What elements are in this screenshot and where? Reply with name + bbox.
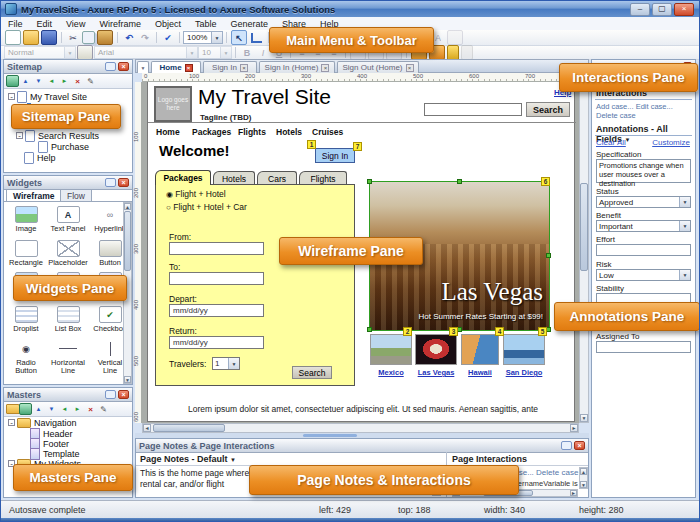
thumb-link-hawaii[interactable]: Hawaii bbox=[461, 368, 499, 377]
tab-wireframe-widgets[interactable]: Wireframe bbox=[6, 189, 62, 201]
maximize-button[interactable]: ▢ bbox=[652, 3, 672, 16]
add-master-icon[interactable] bbox=[19, 403, 32, 415]
close-tab-icon[interactable]: × bbox=[240, 64, 248, 72]
scroll-right-icon[interactable]: ► bbox=[570, 490, 577, 496]
widget-image[interactable]: Image bbox=[6, 206, 46, 233]
tab-packages[interactable]: Packages bbox=[155, 170, 211, 185]
delete-case-link[interactable]: Delete case bbox=[596, 111, 636, 120]
indent-right-icon[interactable]: ► bbox=[58, 75, 71, 87]
widget-placeholder[interactable]: Placeholder bbox=[48, 240, 88, 267]
menu-view[interactable]: View bbox=[59, 19, 92, 29]
close-pane-icon[interactable]: × bbox=[118, 390, 129, 399]
delete-case-link[interactable]: Delete case bbox=[536, 468, 578, 477]
add-case-link[interactable]: Add case... bbox=[596, 102, 634, 111]
sign-in-button[interactable]: Sign In bbox=[315, 148, 355, 163]
copy-icon[interactable] bbox=[82, 31, 95, 44]
sitemap-item-search-results[interactable]: - Search Results bbox=[16, 130, 99, 141]
clear-all-link[interactable]: Clear All bbox=[596, 138, 626, 147]
delete-master-icon[interactable]: × bbox=[84, 403, 97, 415]
radio-off-icon[interactable]: ○ bbox=[166, 203, 171, 212]
close-pane-icon[interactable]: × bbox=[118, 62, 129, 71]
customize-link[interactable]: Customize bbox=[652, 138, 690, 147]
selection-handle[interactable] bbox=[367, 327, 372, 332]
move-down-icon[interactable]: ▼ bbox=[32, 75, 45, 87]
footnote-marker[interactable]: 1 bbox=[307, 140, 316, 149]
scroll-up-icon[interactable]: ▲ bbox=[580, 468, 587, 475]
indent-right-icon[interactable]: ► bbox=[71, 403, 84, 415]
interactions-scrollbar[interactable]: ▲ ▼ bbox=[579, 467, 588, 489]
font-size-select[interactable]: 10 ▼ bbox=[198, 46, 232, 59]
nav-home[interactable]: Home bbox=[156, 127, 180, 137]
footnote-marker[interactable]: 3 bbox=[449, 327, 458, 336]
thumb-las-vegas[interactable] bbox=[415, 334, 457, 365]
bold-icon[interactable]: B bbox=[240, 46, 254, 59]
nav-cruises[interactable]: Cruises bbox=[312, 127, 343, 137]
radio-flight-hotel[interactable]: ◉ Flight + Hotel bbox=[166, 189, 226, 199]
undock-icon[interactable] bbox=[561, 441, 572, 450]
move-up-icon[interactable]: ▲ bbox=[19, 75, 32, 87]
menu-generate[interactable]: Generate bbox=[223, 19, 275, 29]
nav-flights[interactable]: Flights bbox=[238, 127, 266, 137]
style-editor-icon[interactable] bbox=[77, 45, 93, 60]
indent-left-icon[interactable]: ◄ bbox=[45, 75, 58, 87]
pointer-tool-icon[interactable]: ↖ bbox=[231, 30, 247, 45]
specification-textarea[interactable]: Promotions change when user mouses over … bbox=[596, 159, 691, 183]
sitemap-item-help[interactable]: Help bbox=[24, 152, 56, 163]
widget-horizontal-line[interactable]: Horizontal Line bbox=[48, 340, 88, 375]
collapse-icon[interactable]: - bbox=[8, 93, 15, 100]
tab-cars[interactable]: Cars bbox=[257, 171, 297, 185]
undock-icon[interactable] bbox=[105, 178, 116, 187]
cut-icon[interactable]: ✂ bbox=[66, 31, 80, 44]
menu-wireframe[interactable]: Wireframe bbox=[92, 19, 148, 29]
connector-tool-icon[interactable] bbox=[251, 33, 262, 43]
masters-item-navigation[interactable]: - Navigation bbox=[8, 417, 77, 428]
collapse-icon[interactable]: - bbox=[16, 132, 23, 139]
scroll-right-icon[interactable]: ► bbox=[570, 424, 578, 432]
widget-rectangle[interactable]: Rectangle bbox=[6, 240, 46, 267]
travelers-select[interactable]: 1 ▼ bbox=[212, 357, 240, 370]
menu-edit[interactable]: Edit bbox=[30, 19, 60, 29]
paste-icon[interactable] bbox=[97, 30, 113, 45]
close-pane-icon[interactable]: × bbox=[118, 178, 129, 187]
undo-icon[interactable]: ↶ bbox=[122, 31, 136, 44]
canvas-vertical-scrollbar[interactable]: ▲ ▼ bbox=[579, 82, 589, 423]
return-input[interactable]: mm/dd/yy bbox=[169, 336, 264, 349]
edit-case-link[interactable]: Edit case... bbox=[636, 102, 673, 111]
site-search-input[interactable] bbox=[424, 103, 522, 116]
canvas-horizontal-scrollbar[interactable]: ◄ ► bbox=[142, 423, 579, 433]
move-down-icon[interactable]: ▼ bbox=[45, 403, 58, 415]
undock-icon[interactable] bbox=[105, 62, 116, 71]
close-button[interactable]: × bbox=[674, 3, 694, 16]
menu-file[interactable]: File bbox=[1, 19, 30, 29]
widget-text-panel[interactable]: A Text Panel bbox=[48, 206, 88, 233]
thumb-hawaii[interactable] bbox=[461, 334, 499, 365]
footnote-marker[interactable]: 2 bbox=[403, 327, 412, 336]
radio-flight-hotel-car[interactable]: ○ Flight + Hotel + Car bbox=[166, 202, 247, 212]
footnote-marker[interactable]: 6 bbox=[541, 177, 550, 186]
new-icon[interactable] bbox=[5, 30, 21, 45]
font-select[interactable]: Arial ▼ bbox=[94, 46, 198, 59]
open-icon[interactable] bbox=[23, 30, 39, 45]
footnote-marker[interactable]: 7 bbox=[353, 142, 362, 151]
radio-on-icon[interactable]: ◉ bbox=[166, 190, 173, 199]
tab-flights[interactable]: Flights bbox=[299, 171, 347, 185]
benefit-select[interactable]: Important ▼ bbox=[596, 220, 691, 232]
thumb-san-diego[interactable] bbox=[503, 334, 545, 365]
effort-input[interactable] bbox=[596, 244, 691, 256]
scroll-up-icon[interactable]: ▲ bbox=[124, 203, 131, 210]
style-select[interactable]: Normal ▼ bbox=[4, 46, 76, 59]
delete-page-icon[interactable]: × bbox=[71, 75, 84, 87]
widget-radio-button[interactable]: ◉ Radio Button bbox=[6, 340, 46, 375]
sitemap-item-purchase[interactable]: Purchase bbox=[38, 141, 89, 152]
move-up-icon[interactable]: ▲ bbox=[32, 403, 45, 415]
from-input[interactable] bbox=[169, 242, 264, 255]
close-pane-icon[interactable]: × bbox=[574, 441, 585, 450]
tab-sign-in-home[interactable]: Sign In (Home) × bbox=[259, 61, 335, 73]
close-tab-icon[interactable]: × bbox=[185, 64, 193, 72]
depart-input[interactable]: mm/dd/yy bbox=[169, 304, 264, 317]
tab-home[interactable]: Home × bbox=[151, 61, 201, 73]
thumb-link-san-diego[interactable]: San Diego bbox=[500, 368, 548, 377]
save-icon[interactable] bbox=[41, 30, 57, 45]
lock-icon[interactable] bbox=[447, 45, 459, 60]
footnote-marker[interactable]: 4 bbox=[495, 327, 504, 336]
